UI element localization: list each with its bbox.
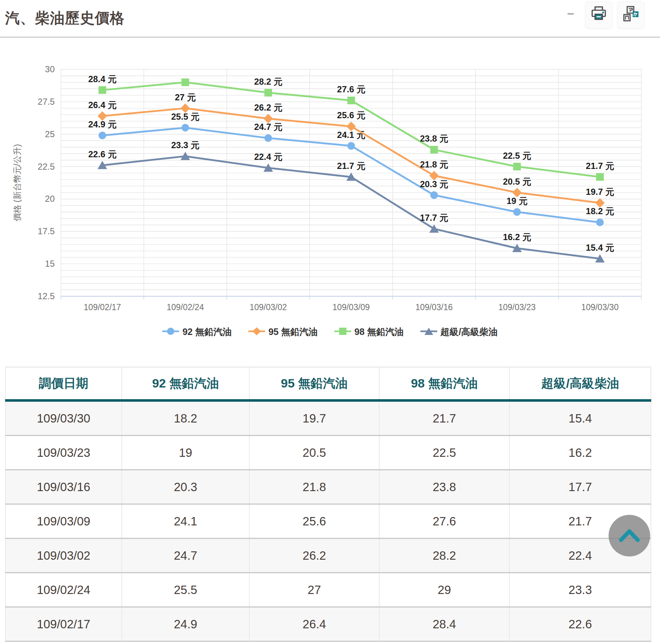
print-button[interactable] xyxy=(585,1,612,28)
price-history-table: 調價日期92 無鉛汽油95 無鉛汽油98 無鉛汽油超級/高級柴油 109/03/… xyxy=(5,367,651,642)
table-cell: 109/03/02 xyxy=(5,539,122,573)
legend-item-3[interactable]: 超級/高級柴油 xyxy=(420,326,498,338)
table-body: 109/03/3018.219.721.715.4109/03/231920.5… xyxy=(5,401,651,641)
data-label: 21.7 元 xyxy=(337,161,365,171)
data-label: 26.4 元 xyxy=(88,100,116,110)
table-cell: 21.8 xyxy=(249,470,379,504)
data-label: 27 元 xyxy=(175,92,195,102)
chart-legend: 92 無鉛汽油 95 無鉛汽油 98 無鉛汽油 超級/高級柴油 xyxy=(0,326,660,338)
data-label: 16.2 元 xyxy=(503,232,531,242)
data-point[interactable] xyxy=(429,224,439,233)
data-label: 27.6 元 xyxy=(337,84,365,94)
data-point[interactable] xyxy=(264,134,272,142)
column-header: 超級/高級柴油 xyxy=(509,367,651,401)
data-label: 25.6 元 xyxy=(337,110,365,120)
table-cell: 26.4 xyxy=(249,607,379,641)
legend-marker-circle-icon xyxy=(162,327,179,338)
data-label: 20.5 元 xyxy=(503,177,531,186)
data-label: 22.5 元 xyxy=(503,151,531,161)
data-label: 28.4 元 xyxy=(88,74,116,84)
data-label: 24.9 元 xyxy=(88,119,116,129)
bopomofo-icon xyxy=(622,6,639,24)
data-label: 25.5 元 xyxy=(171,112,199,122)
table-row: 109/03/1620.321.823.817.7 xyxy=(5,470,651,504)
table-cell: 27 xyxy=(249,573,379,607)
table-row: 109/03/231920.522.516.2 xyxy=(5,436,651,470)
data-label: 26.2 元 xyxy=(254,103,282,112)
y-tick-label: 12.5 xyxy=(38,291,55,301)
data-label: 19.7 元 xyxy=(586,187,614,197)
table-cell: 23.3 xyxy=(509,573,651,607)
table-cell: 24.9 xyxy=(122,607,249,641)
table-cell: 22.5 xyxy=(379,436,510,470)
table-row: 109/03/0924.125.627.621.7 xyxy=(5,504,651,539)
data-label: 17.7 元 xyxy=(420,213,448,223)
data-label: 23.3 元 xyxy=(171,140,199,150)
x-tick-label: 109/02/17 xyxy=(84,302,121,312)
data-point[interactable] xyxy=(513,208,521,216)
table-cell: 109/02/17 xyxy=(5,607,122,641)
table-cell: 109/03/09 xyxy=(5,504,122,539)
data-point[interactable] xyxy=(264,89,272,96)
legend-item-0[interactable]: 92 無鉛汽油 xyxy=(162,326,232,338)
price-history-chart: 3027.52522.52017.51512.5價格 (新台幣元/公升)109/… xyxy=(0,55,660,321)
legend-item-1[interactable]: 95 無鉛汽油 xyxy=(248,326,318,338)
table-cell: 28.2 xyxy=(379,539,510,573)
x-tick-label: 109/03/23 xyxy=(498,302,536,312)
data-point[interactable] xyxy=(98,132,106,139)
table-cell: 109/03/23 xyxy=(5,436,122,470)
data-label: 19 元 xyxy=(506,196,527,206)
column-header: 調價日期 xyxy=(5,367,122,401)
x-tick-label: 109/03/16 xyxy=(415,302,453,312)
data-point[interactable] xyxy=(348,97,355,104)
table-cell: 28.4 xyxy=(379,607,510,641)
y-tick-label: 25 xyxy=(45,129,55,139)
y-tick-label: 17.5 xyxy=(38,226,55,236)
x-tick-label: 109/03/02 xyxy=(249,302,287,312)
data-point[interactable] xyxy=(596,219,604,226)
column-header: 95 無鉛汽油 xyxy=(249,367,379,401)
series-line xyxy=(102,156,600,259)
table-cell: 25.5 xyxy=(122,573,249,607)
data-label: 15.4 元 xyxy=(586,243,614,252)
legend-label: 超級/高級柴油 xyxy=(440,326,498,338)
data-point[interactable] xyxy=(430,191,438,199)
table-cell: 24.7 xyxy=(122,539,249,573)
phonetic-button[interactable] xyxy=(617,1,644,28)
data-point[interactable] xyxy=(98,86,106,94)
data-point[interactable] xyxy=(182,124,189,131)
table-cell: 23.8 xyxy=(379,470,510,504)
data-point[interactable] xyxy=(596,173,604,181)
data-point[interactable] xyxy=(348,142,355,150)
data-label: 22.6 元 xyxy=(88,149,116,159)
chart-canvas: 3027.52522.52017.51512.5價格 (新台幣元/公升)109/… xyxy=(0,55,660,321)
table-cell: 16.2 xyxy=(509,436,651,470)
table-row: 109/02/1724.926.428.422.6 xyxy=(5,607,651,641)
table-cell: 18.2 xyxy=(122,401,249,436)
data-point[interactable] xyxy=(430,146,438,154)
table-cell: 109/02/24 xyxy=(5,573,122,607)
data-label: 24.7 元 xyxy=(254,122,282,132)
table-cell: 27.6 xyxy=(379,504,510,539)
x-tick-label: 109/02/24 xyxy=(167,302,204,312)
scroll-to-top-button[interactable] xyxy=(609,515,650,556)
table-cell: 19.7 xyxy=(249,401,379,436)
y-tick-label: 15 xyxy=(45,259,55,269)
table-cell: 26.2 xyxy=(249,539,379,573)
legend-item-2[interactable]: 98 無鉛汽油 xyxy=(334,326,404,338)
column-header: 92 無鉛汽油 xyxy=(122,367,249,401)
y-tick-label: 27.5 xyxy=(38,97,55,107)
table-head: 調價日期92 無鉛汽油95 無鉛汽油98 無鉛汽油超級/高級柴油 xyxy=(5,367,651,401)
table-cell: 25.6 xyxy=(249,504,379,539)
table-cell: 21.7 xyxy=(379,401,510,436)
table-row: 109/03/0224.726.228.222.4 xyxy=(5,539,651,573)
table-cell: 24.1 xyxy=(122,504,249,539)
data-label: 20.3 元 xyxy=(420,179,448,189)
x-tick-label: 109/03/09 xyxy=(333,302,370,312)
table-cell: 109/03/30 xyxy=(5,401,122,436)
printer-icon xyxy=(590,6,607,24)
data-point[interactable] xyxy=(182,78,189,86)
legend-label: 92 無鉛汽油 xyxy=(182,326,232,338)
data-label: 18.2 元 xyxy=(586,206,614,216)
data-point[interactable] xyxy=(513,163,521,170)
